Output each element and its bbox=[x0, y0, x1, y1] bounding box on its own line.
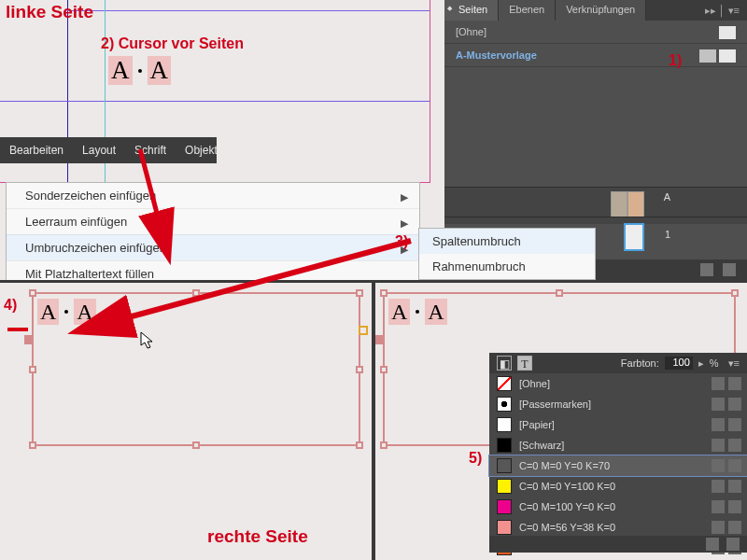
swatch-flags bbox=[712, 459, 741, 472]
swatch-row[interactable]: C=0 M=100 Y=0 K=0 bbox=[489, 497, 747, 517]
swatch-chip-icon bbox=[497, 479, 512, 494]
master-spread-thumb[interactable] bbox=[611, 191, 644, 217]
tab-layers[interactable]: Ebenen bbox=[499, 0, 556, 21]
page-number-marker[interactable]: A A bbox=[108, 56, 171, 85]
annotation-3: 3) bbox=[395, 233, 408, 250]
page-number: 1 bbox=[665, 229, 670, 240]
panel-tabs: Seiten Ebenen Verknüpfungen ▸▸ │ ▾≡ bbox=[444, 0, 747, 21]
marker-char: A bbox=[108, 56, 133, 85]
swatch-chip-icon bbox=[497, 376, 512, 391]
handle-icon[interactable] bbox=[556, 289, 563, 297]
fill-toggle-icon[interactable]: ◧ bbox=[497, 356, 512, 371]
swatch-name: [Schwarz] bbox=[519, 440, 564, 451]
text-frame-left[interactable]: AA bbox=[32, 292, 360, 446]
swatch-chip-icon bbox=[497, 520, 512, 535]
trash-icon[interactable] bbox=[723, 263, 736, 276]
menu-objekt[interactable]: Objekt bbox=[176, 144, 227, 157]
annotation-linke-seite: linke Seite bbox=[6, 2, 93, 22]
in-port-icon[interactable] bbox=[375, 335, 385, 344]
swatch-row[interactable]: C=0 M=56 Y=38 K=0 bbox=[489, 517, 747, 538]
handle-icon[interactable] bbox=[192, 441, 200, 449]
menu-schrift[interactable]: Schrift bbox=[125, 144, 176, 157]
swatches-footer bbox=[489, 536, 747, 553]
swatch-list: [Ohne][Passermarken][Papier][Schwarz]C=0… bbox=[489, 373, 747, 558]
tint-stepper-icon[interactable]: ▸ bbox=[698, 357, 704, 370]
out-port-icon[interactable] bbox=[359, 326, 368, 335]
sub-spaltenumbruch[interactable]: Spaltenumbruch bbox=[419, 229, 595, 254]
submenu-arrow-icon: ▶ bbox=[401, 191, 408, 203]
swatch-flags bbox=[712, 439, 741, 452]
swatch-chip-icon bbox=[497, 417, 512, 432]
swatches-header: ◧ T Farbton: 100 ▸ % ▾≡ bbox=[489, 353, 747, 373]
panel-menu-icon[interactable]: ▸▸ │ ▾≡ bbox=[698, 0, 747, 21]
row-label: [Ohne] bbox=[456, 26, 486, 37]
handle-icon[interactable] bbox=[356, 366, 363, 373]
panel-menu-icon[interactable]: ▾≡ bbox=[728, 357, 740, 370]
in-port-icon[interactable] bbox=[24, 335, 34, 344]
swatch-chip-icon bbox=[497, 458, 512, 473]
swatch-flags bbox=[712, 500, 741, 513]
tab-pages[interactable]: Seiten bbox=[444, 0, 499, 21]
handle-icon[interactable] bbox=[356, 441, 363, 449]
swatch-row[interactable]: [Passermarken] bbox=[489, 394, 747, 414]
swatch-row[interactable]: [Ohne] bbox=[489, 373, 747, 394]
annotation-1: 1) bbox=[669, 52, 682, 69]
menu-layout[interactable]: Layout bbox=[73, 144, 125, 157]
master-a-row[interactable]: A-Mustervorlage bbox=[444, 44, 747, 67]
ctx-umbruchzeichen[interactable]: Umbruchzeichen einfügen▶ bbox=[7, 234, 419, 260]
marker-dot-icon bbox=[138, 69, 142, 73]
swatch-name: C=0 M=100 Y=0 K=0 bbox=[519, 501, 615, 512]
annotation-4: 4) bbox=[4, 297, 17, 314]
annotation-5: 5) bbox=[469, 450, 482, 467]
swatch-flags bbox=[712, 377, 741, 390]
swatch-name: [Passermarken] bbox=[519, 399, 591, 410]
swatch-chip-icon bbox=[497, 438, 512, 453]
swatch-name: C=0 M=56 Y=38 K=0 bbox=[519, 522, 615, 533]
swatch-name: [Ohne] bbox=[519, 378, 550, 389]
trash-icon[interactable] bbox=[726, 538, 740, 551]
spread-thumb-icon bbox=[699, 49, 736, 63]
page-number-marker: AA bbox=[388, 299, 447, 325]
swatches-panel: ◧ T Farbton: 100 ▸ % ▾≡ [Ohne][Passermar… bbox=[489, 353, 747, 553]
swatch-flags bbox=[712, 418, 741, 431]
handle-icon[interactable] bbox=[380, 441, 388, 449]
submenu-arrow-icon: ▶ bbox=[401, 217, 408, 230]
swatch-chip-icon bbox=[497, 499, 512, 514]
handle-icon[interactable] bbox=[380, 366, 388, 373]
handle-icon[interactable] bbox=[29, 366, 36, 373]
sub-rahmenumbruch[interactable]: Rahmenumbruch bbox=[419, 254, 595, 279]
ctx-leerraum[interactable]: Leerraum einfügen▶ bbox=[7, 208, 419, 234]
column-guide bbox=[0, 101, 430, 102]
swatch-row[interactable]: [Schwarz] bbox=[489, 435, 747, 455]
handle-icon[interactable] bbox=[731, 289, 739, 297]
annotation-rechte-seite: rechte Seite bbox=[207, 526, 308, 547]
margin-guide bbox=[67, 10, 430, 11]
swatch-row[interactable]: C=0 M=0 Y=0 K=70 bbox=[489, 455, 747, 476]
swatch-row[interactable]: [Papier] bbox=[489, 414, 747, 435]
cursor-icon bbox=[140, 331, 157, 350]
master-none-row[interactable]: [Ohne] bbox=[444, 21, 747, 44]
handle-icon[interactable] bbox=[356, 289, 363, 297]
handle-icon[interactable] bbox=[29, 441, 36, 449]
new-page-icon[interactable] bbox=[700, 263, 713, 276]
marker-char: A bbox=[148, 56, 172, 85]
new-swatch-icon[interactable] bbox=[706, 538, 719, 551]
menu-bearbeiten[interactable]: Bearbeiten bbox=[0, 144, 73, 157]
row-label: A-Mustervorlage bbox=[456, 49, 537, 61]
swatch-flags bbox=[712, 480, 741, 493]
swatch-name: [Papier] bbox=[519, 419, 555, 430]
swatch-name: C=0 M=0 Y=0 K=70 bbox=[519, 460, 610, 471]
context-submenu: Spaltenumbruch Rahmenumbruch bbox=[418, 228, 596, 280]
page-thumb[interactable] bbox=[624, 223, 644, 251]
swatch-row[interactable]: C=0 M=0 Y=100 K=0 bbox=[489, 476, 747, 497]
tab-links[interactable]: Verknüpfungen bbox=[556, 0, 646, 21]
ctx-sonderzeichen[interactable]: Sonderzeichen einfügen▶ bbox=[7, 183, 419, 208]
handle-icon[interactable] bbox=[192, 289, 200, 297]
handle-icon[interactable] bbox=[29, 289, 36, 297]
page-number-marker: AA bbox=[37, 299, 96, 325]
context-menu: Sonderzeichen einfügen▶ Leerraum einfüge… bbox=[6, 182, 420, 287]
menubar: Bearbeiten Layout Schrift Objekt bbox=[0, 137, 217, 163]
tint-value[interactable]: 100 bbox=[665, 357, 693, 370]
text-fill-icon[interactable]: T bbox=[517, 356, 532, 371]
handle-icon[interactable] bbox=[380, 289, 388, 297]
